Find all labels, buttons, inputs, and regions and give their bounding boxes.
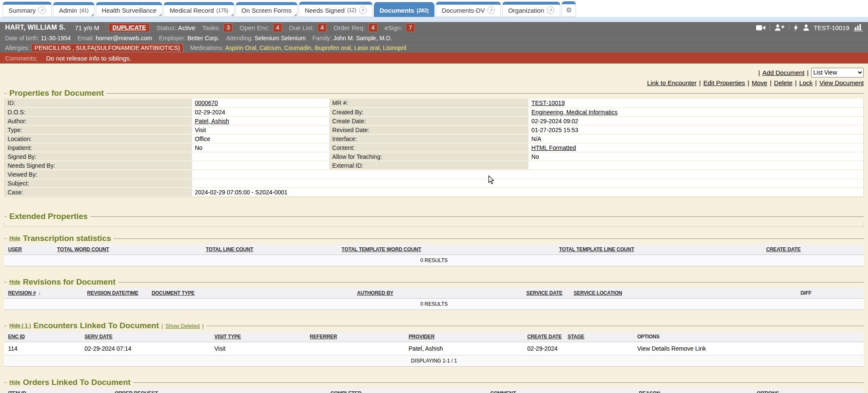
pipe: | bbox=[161, 323, 163, 329]
prop-label: ID: bbox=[5, 99, 192, 108]
document-id-link[interactable]: 0000670 bbox=[195, 100, 218, 106]
attending-value: Selenium Selenium bbox=[254, 35, 306, 42]
link-to-encounter-link[interactable]: Link to Encounter bbox=[647, 79, 697, 86]
tab-count: (175) bbox=[217, 8, 228, 14]
col-stage: STAGE bbox=[564, 332, 633, 342]
video-camera-icon[interactable] bbox=[756, 25, 765, 31]
duplicate-badge[interactable]: DUPLICATE bbox=[108, 23, 150, 32]
revisions-legend: Hide Revisions for Document bbox=[4, 277, 864, 287]
sort-desc-icon[interactable]: ↓ bbox=[38, 290, 41, 296]
prop-value: 01-27-2025 15:53 bbox=[529, 125, 863, 134]
tab-fold-icon bbox=[231, 13, 234, 16]
tab-label: Admin bbox=[59, 7, 77, 14]
tab-organization[interactable]: Organization ↗ bbox=[502, 2, 560, 17]
user-icon[interactable] bbox=[803, 24, 810, 31]
tab-label: On Screen Forms bbox=[242, 7, 292, 14]
orders-header-row: ITEM ID ORDER REQUEST COMPLETED COMMENT … bbox=[4, 388, 864, 393]
prop-value: TEST-10019 bbox=[529, 99, 863, 108]
tab-needs-signed[interactable]: Needs Signed (12) ↗ bbox=[299, 2, 373, 17]
tab-admin[interactable]: Admin (41) bbox=[53, 2, 95, 17]
popout-icon[interactable]: ↗ bbox=[38, 6, 46, 14]
popout-icon[interactable]: ↗ bbox=[547, 6, 554, 14]
chart-report-icon[interactable] bbox=[854, 24, 863, 31]
prop-label: Case: bbox=[5, 188, 192, 196]
family-label: Family: bbox=[312, 35, 331, 42]
show-deleted-link[interactable]: Show Deleted bbox=[165, 323, 200, 329]
orders-table: ITEM ID ORDER REQUEST COMPLETED COMMENT … bbox=[4, 388, 864, 393]
delete-link[interactable]: Delete bbox=[774, 79, 792, 86]
open-enc-count-badge[interactable]: 4 bbox=[273, 23, 282, 32]
create-date-cell: 02-29-2024 bbox=[523, 342, 564, 355]
tabbar-accent-strip bbox=[0, 17, 868, 22]
lightning-icon[interactable] bbox=[793, 24, 798, 31]
hide-orders-link[interactable]: Hide bbox=[9, 379, 20, 385]
col-enc-id: ENC ID bbox=[4, 332, 81, 342]
patient-name: HART, WILLIAM S. bbox=[5, 24, 66, 31]
orders-legend: Hide Orders Linked To Document bbox=[4, 378, 864, 387]
author-link[interactable]: Patel, Ashish bbox=[195, 118, 229, 125]
prop-value: 02-29-2024 bbox=[192, 108, 329, 116]
allergies-badge[interactable]: PENICILLINS , SULFA(SULFONAMIDE ANTIBIOT… bbox=[31, 44, 184, 52]
email-label: Email: bbox=[78, 35, 94, 42]
email-value: horner@mieweb.com bbox=[96, 35, 152, 42]
add-person-icon[interactable] bbox=[774, 24, 785, 31]
property-row: Viewed By: bbox=[5, 170, 863, 179]
transcription-table: USER TOTAL WORD COUNT TOTAL LINE COUNT T… bbox=[4, 244, 864, 266]
mr-number-link[interactable]: TEST-10019 bbox=[531, 100, 565, 106]
order-req-count-badge[interactable]: 4 bbox=[368, 23, 378, 32]
properties-legend: Properties for Document bbox=[4, 89, 864, 98]
tab-health-surveillance[interactable]: Health Surveillance bbox=[96, 2, 162, 17]
due-list-count-badge[interactable]: 4 bbox=[317, 23, 327, 32]
tab-documents-dv[interactable]: Documents-DV ↗ bbox=[436, 2, 501, 17]
col-total-template-word-count: TOTAL TEMPLATE WORD COUNT bbox=[338, 244, 555, 255]
family-value: John M. Sample, M.D. bbox=[333, 35, 392, 42]
order-req-label: Order Req: bbox=[334, 24, 365, 31]
prop-label: Interface: bbox=[329, 134, 529, 143]
esign-count-badge[interactable]: 7 bbox=[406, 23, 415, 32]
tab-documents[interactable]: Documents (282) bbox=[374, 2, 435, 17]
col-user: USER bbox=[4, 244, 53, 255]
view-details-remove-link[interactable]: View Details Remove Link bbox=[637, 345, 706, 352]
content-format-link[interactable]: HTML Formatted bbox=[531, 144, 576, 151]
document-actions-row: Link to Encounter | Edit Properties | Mo… bbox=[0, 78, 868, 88]
hide-transcription-link[interactable]: Hide bbox=[9, 235, 20, 241]
tab-label: Medical Record bbox=[170, 7, 214, 14]
hide-encounters-link[interactable]: Hide ( 1 ) bbox=[9, 323, 31, 329]
prop-value: No bbox=[529, 152, 863, 161]
col-total-template-line-count: TOTAL TEMPLATE LINE COUNT bbox=[555, 244, 762, 255]
col-total-word-count: TOTAL WORD COUNT bbox=[53, 244, 202, 255]
transcription-empty-row: 0 RESULTS bbox=[4, 255, 864, 266]
edit-properties-link[interactable]: Edit Properties bbox=[703, 79, 745, 86]
created-by-link[interactable]: Engineering, Medical Informatics bbox=[531, 109, 618, 116]
medications-list: Aspirin Oral, Calcium, Coumadin, ibuprof… bbox=[225, 44, 406, 51]
tab-medical-record[interactable]: Medical Record (175) bbox=[164, 2, 234, 17]
tab-summary[interactable]: Summary ↗ bbox=[3, 2, 52, 17]
move-link[interactable]: Move bbox=[752, 79, 768, 86]
prop-value bbox=[192, 161, 329, 170]
col-create-date: CREATE DATE↓ bbox=[523, 332, 564, 342]
prop-value: No bbox=[192, 143, 329, 152]
pipe: | bbox=[795, 79, 797, 86]
view-document-link[interactable]: View Document bbox=[819, 79, 864, 86]
popout-icon[interactable]: ↗ bbox=[487, 6, 495, 14]
add-document-link[interactable]: Add Document bbox=[762, 69, 804, 76]
sort-desc-icon[interactable]: ↓ bbox=[558, 334, 560, 340]
tab-label: Needs Signed bbox=[305, 7, 345, 14]
tab-on-screen-forms[interactable]: On Screen Forms bbox=[236, 2, 298, 17]
prop-value: Patel, Ashish bbox=[192, 116, 329, 125]
view-mode-select[interactable]: List View bbox=[811, 68, 864, 77]
banner-icon-group: TEST-10019 bbox=[756, 24, 863, 31]
col-visit-type: VISIT TYPE bbox=[211, 332, 306, 342]
tasks-count-badge[interactable]: 3 bbox=[223, 23, 233, 32]
revisions-header-row: REVISION #↓ REVISION DATE/TIME DOCUMENT … bbox=[4, 288, 864, 299]
col-comment: COMMENT bbox=[487, 388, 635, 393]
pipe: | bbox=[202, 323, 203, 329]
tab-settings-gear[interactable]: ⚙ bbox=[562, 1, 576, 17]
extended-properties-body bbox=[4, 222, 864, 227]
tab-count: (12) bbox=[347, 7, 356, 13]
popout-icon[interactable]: ↗ bbox=[359, 6, 367, 14]
hide-revisions-link[interactable]: Hide bbox=[9, 279, 20, 285]
properties-title: Properties for Document bbox=[9, 89, 104, 98]
lock-link[interactable]: Lock bbox=[799, 79, 813, 86]
employer-label: Employer: bbox=[159, 35, 186, 42]
